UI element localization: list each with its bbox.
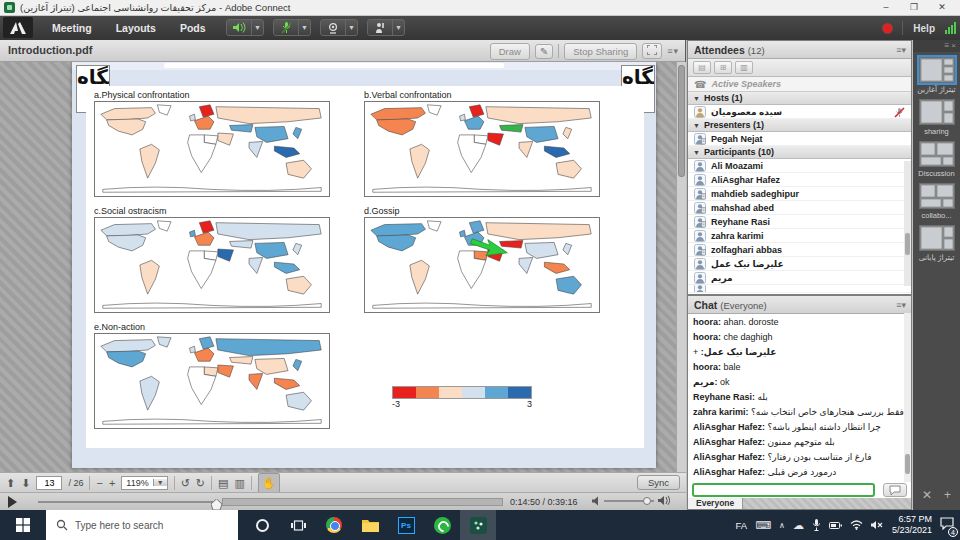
webcam-icon[interactable] <box>321 20 345 35</box>
start-button[interactable] <box>0 510 46 540</box>
menu-layouts[interactable]: Layouts <box>106 16 166 40</box>
attendees-scrollbar[interactable] <box>904 161 911 286</box>
notification-center-icon[interactable]: 4 <box>940 516 954 534</box>
file-explorer-icon[interactable] <box>352 510 388 540</box>
seek-track[interactable] <box>38 501 216 503</box>
onedrive-icon[interactable]: ☁ <box>793 519 804 532</box>
microphone-button-group[interactable]: ▼ <box>273 19 311 36</box>
microphone-tray-icon[interactable] <box>812 519 821 531</box>
hand-tool-icon[interactable]: ✋ <box>258 473 280 493</box>
task-view-icon[interactable] <box>280 510 316 540</box>
page-down-icon[interactable]: ⬇ <box>21 474 30 492</box>
attendee-row[interactable]: zahra karimi <box>688 229 911 243</box>
document-scrollbar[interactable] <box>676 62 686 472</box>
attendee-row[interactable]: سیده معصومیان <box>688 105 911 119</box>
chrome-icon[interactable] <box>316 510 352 540</box>
zoom-in-icon[interactable]: + <box>109 474 115 492</box>
group-header-1[interactable]: ▼Presenters (1) <box>688 119 911 132</box>
fullscreen-icon[interactable] <box>642 43 662 59</box>
attendee-status-view-icon[interactable]: ▥ <box>735 61 753 74</box>
rotate-left-icon[interactable]: ↺ <box>181 474 190 492</box>
region-europe <box>194 232 214 245</box>
layout-thumbnail[interactable] <box>919 183 955 209</box>
volume-slider[interactable] <box>604 500 654 502</box>
chat-pod-menu-icon[interactable]: ≡▾ <box>896 300 906 310</box>
layouts-options-icon[interactable]: ✕ <box>922 488 932 502</box>
layout-item-5[interactable]: تیتراژ پایانی <box>913 225 960 262</box>
attendee-row[interactable]: Ali Moazami <box>688 159 911 173</box>
webcam-dropdown[interactable]: ▼ <box>345 20 357 35</box>
attendee-row-partial[interactable] <box>688 285 911 293</box>
language-indicator[interactable]: FA <box>736 520 748 531</box>
attendee-list-view-icon[interactable]: ▤ <box>693 61 711 74</box>
menu-pods[interactable]: Pods <box>170 16 216 40</box>
attendee-row[interactable]: mahdieb sadeghipur <box>688 187 911 201</box>
attendee-row[interactable]: zolfaghari abbas <box>688 243 911 257</box>
region-australia <box>556 160 581 178</box>
menu-meeting[interactable]: Meeting <box>42 16 102 40</box>
seek-remaining[interactable] <box>222 498 503 506</box>
add-layout-icon[interactable]: + <box>944 488 951 502</box>
power-icon[interactable] <box>829 521 842 530</box>
raise-hand-icon[interactable] <box>368 20 392 35</box>
layout-item-3[interactable]: Discussion <box>913 141 960 178</box>
pod-options-menu[interactable]: ≡▾ <box>667 46 679 56</box>
attendee-grid-view-icon[interactable]: ⊞ <box>714 61 732 74</box>
webcam-button-group[interactable]: ▼ <box>320 19 358 36</box>
taskbar-search[interactable]: Type here to search <box>46 510 238 540</box>
region-china <box>255 242 288 258</box>
help-menu[interactable]: Help <box>913 23 935 34</box>
close-button[interactable]: ✕ <box>928 0 956 16</box>
attendee-row[interactable]: Reyhane Rasi <box>688 215 911 229</box>
play-button[interactable] <box>8 496 17 508</box>
group-header-2[interactable]: ▼Participants (10) <box>688 146 911 159</box>
attendee-row[interactable]: Pegah Nejat <box>688 132 911 146</box>
attendee-row[interactable]: علیرضا نیک عمل <box>688 257 911 271</box>
layout-thumbnail[interactable] <box>919 99 955 125</box>
group-header-0[interactable]: ▼Hosts (1) <box>688 92 911 105</box>
microphone-muted-icon[interactable] <box>274 20 298 35</box>
status-dropdown[interactable]: ▼ <box>392 20 404 35</box>
sync-button[interactable]: Sync <box>637 475 680 490</box>
send-message-button[interactable] <box>883 483 907 497</box>
speaker-button-group[interactable]: ▼ <box>226 19 264 36</box>
page-number-input[interactable] <box>36 476 62 490</box>
layout-thumbnail[interactable] <box>919 141 955 167</box>
minimize-button[interactable]: – <box>872 0 900 16</box>
page-up-icon[interactable]: ⬆ <box>6 474 15 492</box>
attendee-row[interactable]: مریم <box>688 271 911 285</box>
layout-item-2[interactable]: sharing <box>913 99 960 136</box>
clock[interactable]: 6:57 PM 5/23/2021 <box>892 514 932 536</box>
speaker-icon[interactable] <box>227 20 251 35</box>
draw-button[interactable]: Draw <box>490 43 530 60</box>
whatsapp-icon[interactable] <box>424 510 460 540</box>
pen-tool-icon[interactable]: ✎ <box>535 44 553 59</box>
layout-item-1[interactable]: تیتراژ آغازین <box>913 57 960 94</box>
layout-thumbnail[interactable] <box>919 225 955 251</box>
attendee-row[interactable]: AliAsghar Hafez <box>688 173 911 187</box>
photoshop-icon[interactable]: Ps <box>388 510 424 540</box>
zoom-level-select[interactable]: 119% ▼ <box>121 476 167 490</box>
wifi-icon[interactable] <box>850 520 863 530</box>
chat-message-input[interactable] <box>692 483 875 497</box>
speaker-dropdown[interactable]: ▼ <box>251 20 263 35</box>
raise-hand-button-group[interactable]: ▼ <box>367 19 405 36</box>
fit-width-icon[interactable]: ▤ <box>218 474 228 492</box>
chat-scrollbar[interactable] <box>904 313 911 482</box>
layout-item-4[interactable]: collabo... <box>913 183 960 220</box>
stop-sharing-button[interactable]: Stop Sharing <box>564 43 637 60</box>
layout-thumbnail[interactable] <box>919 57 955 83</box>
tab-everyone[interactable]: Everyone <box>688 498 743 509</box>
fit-page-icon[interactable]: ▥ <box>234 474 244 492</box>
rotate-right-icon[interactable]: ↻ <box>196 474 205 492</box>
maximize-button[interactable]: ❐ <box>900 0 928 16</box>
cortana-icon[interactable] <box>244 510 280 540</box>
volume-muted-icon[interactable] <box>871 520 884 530</box>
tray-expand-icon[interactable]: ∧ <box>779 521 785 530</box>
attendees-pod-menu-icon[interactable]: ≡▾ <box>896 45 906 55</box>
touch-keyboard-icon[interactable]: ⌨ <box>755 519 771 532</box>
zoom-out-icon[interactable]: − <box>96 474 102 492</box>
attendee-row[interactable]: mahshad abed <box>688 201 911 215</box>
microphone-dropdown[interactable]: ▼ <box>298 20 310 35</box>
adobe-connect-taskbar-icon[interactable] <box>460 510 496 540</box>
